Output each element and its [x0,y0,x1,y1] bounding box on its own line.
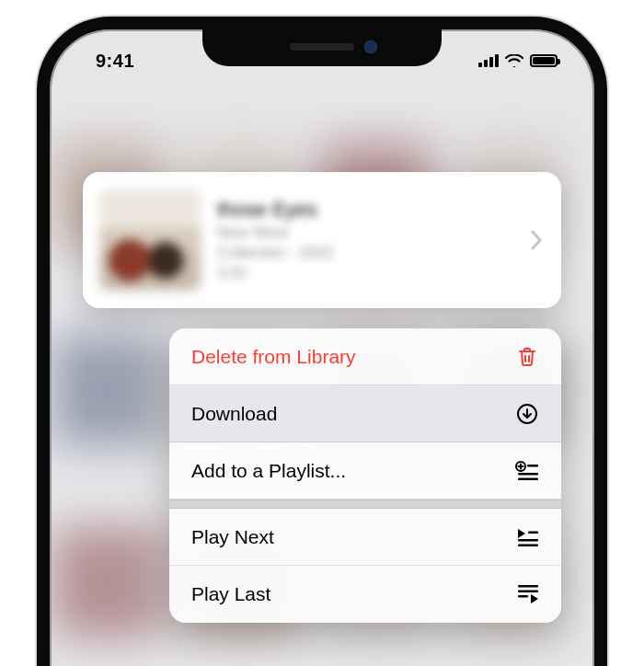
song-title: those Eyes [217,198,513,222]
song-preview-card[interactable]: those Eyes New West Collection · 2022 3:… [83,172,561,308]
svg-rect-9 [518,591,538,593]
play-last-icon [515,582,539,606]
menu-item-download[interactable]: Download [169,385,561,442]
svg-rect-7 [518,544,538,546]
menu-label: Download [191,403,277,425]
add-playlist-icon [515,459,539,483]
menu-label: Delete from Library [191,346,356,368]
battery-icon [530,54,558,67]
download-icon [515,402,539,426]
status-indicators [478,54,558,67]
song-artist: New West [217,224,513,242]
menu-section-separator [169,500,561,509]
svg-rect-8 [518,585,538,588]
screen: 9:41 those Eyes New West [50,29,594,666]
menu-label: Add to a Playlist... [191,460,346,482]
song-meta-1: Collection · 2022 [217,244,513,262]
svg-rect-4 [518,477,538,480]
svg-rect-10 [518,595,528,598]
svg-rect-5 [528,531,538,534]
play-next-icon [515,525,539,549]
menu-item-play-next[interactable]: Play Next [169,509,561,566]
svg-rect-6 [518,539,538,542]
phone-frame: 9:41 those Eyes New West [37,17,607,666]
album-art [99,189,201,291]
status-time: 9:41 [96,51,134,72]
menu-label: Play Last [191,583,270,605]
trash-icon [515,345,539,369]
menu-item-delete-from-library[interactable]: Delete from Library [169,328,561,385]
chevron-right-icon [530,229,543,251]
cellular-signal-icon [478,54,499,67]
song-meta-2: 3:41 [217,264,513,282]
menu-label: Play Next [191,526,274,548]
wifi-icon [505,54,523,67]
context-menu: Delete from Library Download [169,328,561,623]
svg-rect-3 [518,473,538,476]
menu-item-play-last[interactable]: Play Last [169,566,561,623]
front-camera [364,40,377,53]
song-info: those Eyes New West Collection · 2022 3:… [217,198,513,282]
menu-item-add-to-playlist[interactable]: Add to a Playlist... [169,442,561,500]
svg-rect-2 [527,465,538,467]
notch [202,28,442,66]
speaker-grille [290,43,354,51]
